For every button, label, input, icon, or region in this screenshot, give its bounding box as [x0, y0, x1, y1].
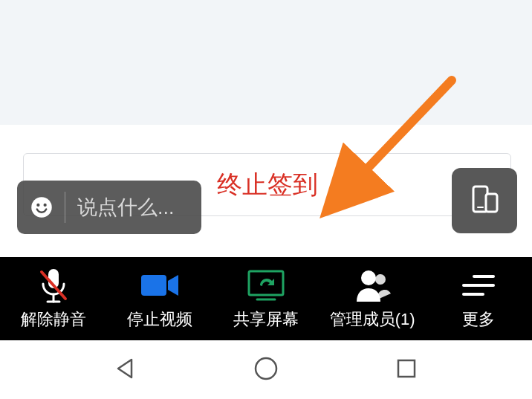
svg-rect-4 [486, 194, 497, 212]
stop-video-button[interactable]: 停止视频 [106, 257, 213, 340]
svg-marker-13 [168, 275, 178, 296]
emoji-icon [30, 196, 53, 218]
share-screen-icon [247, 267, 285, 304]
nav-home-button[interactable] [251, 355, 281, 385]
nav-recent-button[interactable] [392, 355, 421, 385]
circle-home-icon [253, 356, 279, 384]
svg-marker-21 [118, 360, 132, 377]
manage-members-button[interactable]: 管理成员(1) [319, 257, 426, 340]
device-button[interactable] [452, 168, 517, 233]
share-screen-label: 共享屏幕 [233, 308, 299, 331]
svg-point-16 [361, 270, 376, 285]
svg-rect-14 [249, 271, 283, 295]
chat-input[interactable]: 说点什么... [17, 181, 201, 234]
stop-video-label: 停止视频 [127, 308, 192, 331]
more-label: 更多 [462, 308, 495, 331]
svg-point-0 [31, 197, 52, 218]
chat-placeholder: 说点什么... [77, 194, 175, 221]
meeting-toolbar: 解除静音 停止视频 共享屏幕 [0, 257, 532, 340]
svg-rect-12 [141, 275, 166, 296]
more-button[interactable]: 更多 [426, 257, 532, 340]
square-recent-icon [395, 357, 418, 383]
device-icon [466, 181, 503, 221]
nav-back-button[interactable] [111, 355, 140, 385]
manage-members-label: 管理成员(1) [330, 308, 415, 331]
stop-signin-label: 终止签到 [217, 168, 318, 202]
video-area [0, 0, 532, 125]
app-root: 终止签到 说点什么... [0, 0, 532, 399]
triangle-back-icon [114, 357, 137, 383]
svg-point-2 [44, 204, 47, 207]
video-icon [140, 267, 180, 304]
share-screen-button[interactable]: 共享屏幕 [213, 257, 319, 340]
svg-point-22 [256, 358, 276, 379]
svg-point-1 [36, 204, 39, 207]
svg-point-17 [375, 274, 386, 285]
more-icon [461, 267, 496, 304]
svg-rect-23 [398, 360, 415, 377]
system-nav-bar [0, 340, 532, 399]
members-icon [354, 267, 391, 304]
chat-divider [65, 192, 65, 223]
unmute-button[interactable]: 解除静音 [0, 257, 106, 340]
microphone-muted-icon [37, 267, 70, 304]
unmute-label: 解除静音 [21, 308, 86, 331]
